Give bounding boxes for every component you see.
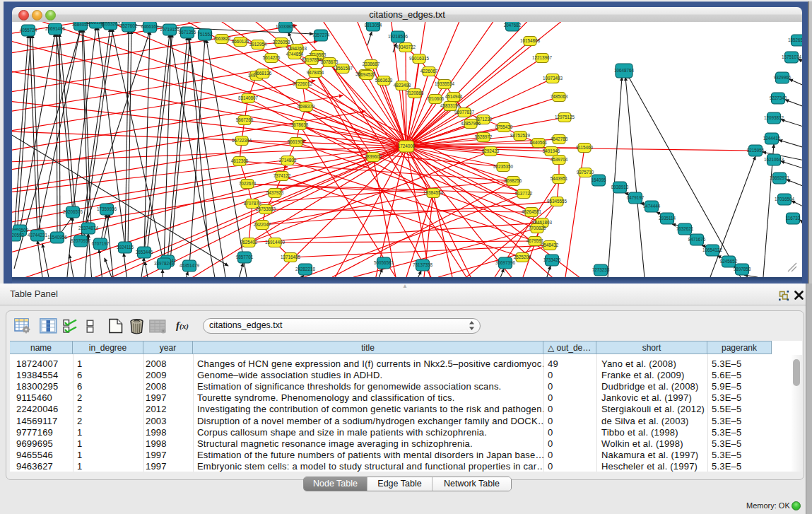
svg-text:85345555: 85345555 (547, 199, 567, 204)
svg-text:9478454: 9478454 (307, 70, 324, 75)
svg-text:16210643: 16210643 (764, 157, 784, 162)
svg-text:8813054: 8813054 (365, 23, 382, 28)
svg-text:10154808: 10154808 (520, 38, 541, 43)
svg-text:97226012: 97226012 (293, 81, 313, 86)
svg-text:5491946: 5491946 (543, 148, 560, 153)
svg-text:52235350: 52235350 (493, 164, 514, 169)
svg-text:116733: 116733 (786, 216, 801, 221)
svg-text:7700828: 7700828 (529, 226, 546, 230)
svg-text:4226067: 4226067 (420, 69, 438, 74)
svg-text:25374874: 25374874 (78, 226, 99, 230)
svg-text:9375710: 9375710 (577, 170, 594, 175)
svg-text:4744854: 4744854 (286, 52, 304, 57)
svg-text:12093832: 12093832 (764, 115, 784, 120)
svg-text:6707197: 6707197 (92, 241, 110, 246)
svg-text:5663623: 5663623 (375, 78, 393, 83)
svg-text:19218506: 19218506 (388, 34, 408, 39)
svg-text:7632621: 7632621 (676, 226, 694, 231)
svg-text:10553267: 10553267 (100, 22, 121, 26)
svg-text:8078673: 8078673 (321, 59, 339, 64)
svg-text:15692971: 15692971 (770, 175, 790, 180)
svg-text:9227343: 9227343 (770, 95, 787, 100)
svg-text:7625402: 7625402 (240, 240, 258, 245)
svg-text:7374122: 7374122 (273, 173, 291, 178)
svg-text:7485063: 7485063 (551, 94, 568, 99)
svg-text:751552: 751552 (197, 32, 213, 37)
svg-text:5661907: 5661907 (288, 139, 305, 144)
svg-text:26753883: 26753883 (256, 206, 276, 211)
svg-text:20691406: 20691406 (45, 26, 66, 31)
svg-text:45264581: 45264581 (522, 209, 542, 214)
svg-text:5437923: 5437923 (266, 190, 284, 195)
svg-text:8215955: 8215955 (747, 148, 765, 153)
svg-text:8660124: 8660124 (232, 39, 249, 44)
svg-text:13716485: 13716485 (281, 255, 301, 259)
svg-text:93016315: 93016315 (409, 56, 430, 61)
svg-text:45351479: 45351479 (180, 263, 200, 268)
svg-text:9548432: 9548432 (541, 243, 559, 247)
svg-text:2338687: 2338687 (363, 62, 380, 66)
svg-text:2935114: 2935114 (659, 216, 676, 221)
svg-text:5924115: 5924115 (117, 245, 134, 250)
svg-text:4698379: 4698379 (298, 104, 315, 109)
svg-text:3653446: 3653446 (136, 250, 153, 255)
svg-text:5528972: 5528972 (475, 134, 493, 139)
svg-text:17359936: 17359936 (97, 206, 117, 211)
svg-text:1244415: 1244415 (763, 136, 781, 141)
svg-text:83197857: 83197857 (302, 57, 322, 62)
svg-text:6479197: 6479197 (627, 195, 645, 200)
svg-text:43744231: 43744231 (28, 233, 48, 238)
svg-text:82070937: 82070937 (71, 238, 91, 243)
svg-text:5137722: 5137722 (515, 191, 533, 196)
svg-text:9897858: 9897858 (734, 267, 751, 271)
svg-text:164095: 164095 (591, 177, 606, 182)
svg-text:12975125: 12975125 (555, 115, 575, 119)
svg-text:3226058: 3226058 (273, 40, 290, 45)
svg-text:7120868: 7120868 (406, 90, 424, 95)
svg-text:72820592: 72820592 (12, 233, 24, 238)
svg-text:5443951: 5443951 (551, 176, 568, 181)
svg-text:15751074: 15751074 (782, 54, 802, 59)
svg-text:6440561: 6440561 (530, 140, 548, 145)
svg-text:78137358: 78137358 (413, 262, 433, 267)
svg-text:10654122: 10654122 (702, 247, 723, 252)
svg-text:8755439: 8755439 (495, 124, 513, 129)
svg-text:2525206: 2525206 (514, 255, 531, 259)
svg-text:13561597: 13561597 (333, 66, 353, 71)
svg-text:96977837: 96977837 (454, 110, 475, 115)
svg-text:1733426: 1733426 (543, 257, 561, 262)
svg-text:4539704: 4539704 (551, 157, 568, 162)
svg-text:9857701: 9857701 (236, 255, 254, 259)
svg-text:5667265: 5667265 (236, 117, 254, 122)
svg-text:3912954: 3912954 (249, 42, 267, 47)
svg-text:9474444: 9474444 (643, 204, 661, 209)
svg-text:3678638: 3678638 (291, 122, 309, 127)
svg-text:17016504: 17016504 (775, 197, 795, 201)
svg-text:8698256: 8698256 (505, 178, 522, 183)
svg-text:83140807: 83140807 (238, 95, 259, 100)
svg-text:1724000: 1724000 (398, 144, 416, 148)
svg-text:6292423: 6292423 (482, 148, 500, 153)
svg-text:4055724: 4055724 (20, 28, 37, 33)
svg-text:5614226: 5614226 (263, 55, 281, 60)
svg-text:19335534: 19335534 (435, 81, 455, 86)
svg-text:84752529: 84752529 (510, 133, 531, 138)
svg-text:2694522: 2694522 (358, 72, 376, 77)
svg-text:9329966: 9329966 (774, 75, 792, 80)
svg-text:10648764: 10648764 (614, 68, 635, 73)
svg-text:50056581: 50056581 (374, 260, 394, 265)
svg-text:2047682: 2047682 (504, 23, 522, 28)
svg-text:4612365: 4612365 (231, 158, 249, 163)
svg-text:45833156: 45833156 (440, 103, 461, 108)
svg-text:7663822: 7663822 (213, 36, 231, 41)
svg-text:1527602: 1527602 (120, 23, 138, 28)
svg-text:12213967: 12213967 (532, 55, 553, 60)
svg-text:19384554: 19384554 (423, 190, 444, 195)
svg-text:6671355: 6671355 (179, 30, 196, 35)
svg-text:7273233: 7273233 (592, 267, 610, 272)
svg-text:7210606: 7210606 (427, 96, 445, 101)
svg-text:7357274: 7357274 (312, 33, 330, 37)
svg-text:7022674: 7022674 (239, 181, 257, 186)
svg-text:66722344: 66722344 (232, 138, 252, 143)
svg-text:4842788: 4842788 (551, 136, 568, 141)
